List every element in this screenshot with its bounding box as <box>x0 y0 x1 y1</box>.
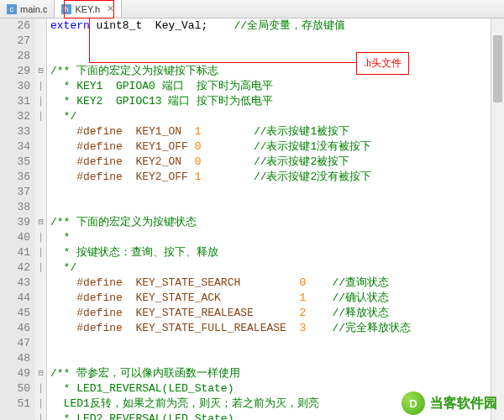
line-number: 31 <box>0 94 30 109</box>
fold-marker <box>35 291 46 306</box>
fold-marker: │ <box>35 412 46 420</box>
code-line[interactable] <box>50 185 504 200</box>
line-number: 26 <box>0 18 30 34</box>
watermark-text: 当客软件园 <box>430 395 497 412</box>
scrollbar-thumb[interactable] <box>493 35 502 102</box>
fold-marker: │ <box>35 94 46 109</box>
line-number: 47 <box>0 336 30 351</box>
c-file-icon: c <box>7 4 17 14</box>
fold-marker <box>35 170 46 185</box>
annotation-arrow <box>89 62 356 63</box>
line-number: 33 <box>0 124 30 139</box>
code-line[interactable]: #define KEY_STATE_SEARCH 0 //查询状态 <box>50 276 504 291</box>
svg-text:c: c <box>10 5 14 13</box>
line-number: 44 <box>0 291 30 306</box>
line-number: 42 <box>0 260 30 276</box>
line-number: 48 <box>0 351 30 366</box>
code-line[interactable]: #define KEY2_OFF 1 //表示按键2没有被按下 <box>50 170 504 185</box>
line-number: 41 <box>0 245 30 260</box>
fold-marker[interactable]: ⊟ <box>35 366 46 381</box>
code-line[interactable]: * KEY2 GPIOC13 端口 按下时为低电平 <box>50 94 504 109</box>
code-line[interactable]: * KEY1 GPIOA0 端口 按下时为高电平 <box>50 79 504 94</box>
code-editor[interactable]: 2627282930313233343536373839404142434445… <box>0 18 504 420</box>
fold-marker: │ <box>35 245 46 260</box>
line-number: 37 <box>0 185 30 200</box>
fold-marker[interactable]: ⊟ <box>35 215 46 230</box>
code-line[interactable]: #define KEY1_ON 1 //表示按键1被按下 <box>50 124 504 139</box>
watermark: D 当客软件园 <box>402 391 497 415</box>
watermark-logo-icon: D <box>402 391 425 415</box>
line-number: 30 <box>0 79 30 94</box>
fold-marker <box>35 351 46 366</box>
fold-marker <box>35 336 46 351</box>
fold-marker <box>35 155 46 170</box>
fold-marker: │ <box>35 396 46 412</box>
annotation-selection-box <box>64 0 114 18</box>
code-line[interactable] <box>50 351 504 366</box>
code-line[interactable]: */ <box>50 109 504 124</box>
fold-marker <box>35 49 46 64</box>
fold-marker: │ <box>35 260 46 276</box>
tab-label: main.c <box>20 4 47 14</box>
code-line[interactable] <box>50 34 504 49</box>
code-line[interactable]: #define KEY_STATE_REALEASE 2 //释放状态 <box>50 306 504 321</box>
code-line[interactable]: #define KEY1_OFF 0 //表示按键1没有被按下 <box>50 139 504 155</box>
fold-marker: │ <box>35 230 46 245</box>
line-number: 34 <box>0 139 30 155</box>
line-number: 45 <box>0 306 30 321</box>
code-line[interactable]: * 按键状态：查询、按下、释放 <box>50 245 504 260</box>
fold-marker <box>35 185 46 200</box>
line-number-gutter: 2627282930313233343536373839404142434445… <box>0 18 35 420</box>
fold-column[interactable]: ⊟│││⊟│││⊟│││ <box>35 18 47 420</box>
line-number: 51 <box>0 396 30 412</box>
code-line[interactable]: * <box>50 230 504 245</box>
fold-marker: │ <box>35 79 46 94</box>
fold-marker[interactable]: ⊟ <box>35 64 46 79</box>
fold-marker <box>35 18 46 34</box>
code-line[interactable]: #define KEY2_ON 0 //表示按键2被按下 <box>50 155 504 170</box>
code-line[interactable]: /** 下面的宏定义为按键状态 <box>50 215 504 230</box>
fold-marker <box>35 306 46 321</box>
fold-marker <box>35 321 46 336</box>
code-line[interactable]: extern uint8_t Key_Val; //全局变量，存放键值 <box>50 18 504 34</box>
code-line[interactable] <box>50 200 504 215</box>
line-number: 35 <box>0 155 30 170</box>
line-number: 27 <box>0 34 30 49</box>
vertical-scrollbar[interactable] <box>491 18 504 420</box>
fold-marker <box>35 200 46 215</box>
code-line[interactable] <box>50 336 504 351</box>
callout-text: .h头文件 <box>364 57 402 69</box>
code-area[interactable]: extern uint8_t Key_Val; //全局变量，存放键值/** 下… <box>47 18 504 420</box>
code-line[interactable]: #define KEY_STATE_ACK 1 //确认状态 <box>50 291 504 306</box>
fold-marker <box>35 124 46 139</box>
fold-marker: │ <box>35 381 46 396</box>
annotation-callout: .h头文件 <box>356 52 409 75</box>
annotation-arrow <box>89 18 90 62</box>
tab-main-c[interactable]: c main.c <box>0 0 55 18</box>
code-line[interactable]: /** 下面的宏定义为按键按下标志 <box>50 64 504 79</box>
code-line[interactable]: */ <box>50 260 504 276</box>
fold-marker <box>35 34 46 49</box>
line-number: 46 <box>0 321 30 336</box>
line-number: 32 <box>0 109 30 124</box>
line-number: 39 <box>0 215 30 230</box>
fold-marker: │ <box>35 109 46 124</box>
line-number: 50 <box>0 381 30 396</box>
line-number: 28 <box>0 49 30 64</box>
line-number: 29 <box>0 64 30 79</box>
code-line[interactable]: #define KEY_STATE_FULL_REALEASE 3 //完全释放… <box>50 321 504 336</box>
line-number: 36 <box>0 170 30 185</box>
fold-marker <box>35 276 46 291</box>
fold-marker <box>35 139 46 155</box>
code-line[interactable]: /** 带参宏，可以像内联函数一样使用 <box>50 366 504 381</box>
line-number: 43 <box>0 276 30 291</box>
line-number: 40 <box>0 230 30 245</box>
line-number: 38 <box>0 200 30 215</box>
line-number: 49 <box>0 366 30 381</box>
